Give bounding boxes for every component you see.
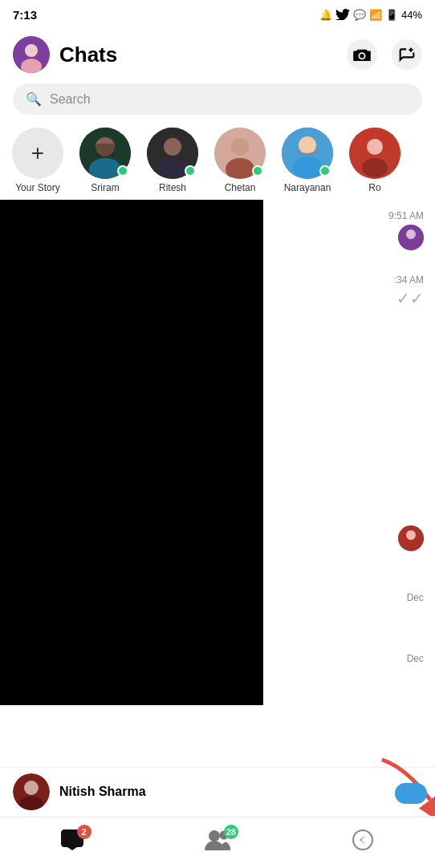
chat-time-4: Dec (407, 592, 424, 603)
status-time: 7:13 (13, 8, 37, 22)
svg-point-16 (299, 136, 316, 154)
alarm-icon: 🔔 (319, 9, 332, 21)
battery-icon: 44% (401, 9, 422, 21)
chat-time-1: 9:51 AM (388, 210, 424, 221)
svg-point-13 (231, 138, 249, 156)
svg-point-1 (25, 44, 38, 57)
chat-avatar-1 (398, 225, 424, 250)
tab-chats[interactable]: 2 (42, 826, 103, 859)
svg-marker-32 (360, 835, 366, 845)
svg-point-24 (406, 530, 416, 540)
chat-time-2: :34 AM (394, 274, 424, 286)
tab-people[interactable]: 28 (185, 826, 250, 859)
ro-avatar-wrap (349, 128, 400, 179)
svg-rect-8 (96, 144, 115, 156)
story-item-ro[interactable]: Ro (347, 128, 403, 193)
ritesh-avatar-wrap (147, 128, 198, 179)
your-story-avatar: + (12, 128, 63, 179)
discover-tab-icon (352, 829, 374, 857)
bottom-person-row[interactable]: Nitish Sharma (0, 767, 435, 815)
svg-point-10 (164, 138, 181, 156)
search-placeholder: Search (50, 92, 91, 107)
status-icons: 🔔 💬 📶 📱 44% (319, 7, 422, 22)
search-bar[interactable]: 🔍 Search (13, 83, 422, 115)
your-story-avatar-wrap: + (12, 128, 63, 179)
signal-icon: 📱 (385, 9, 398, 21)
chat-item-1[interactable]: 9:51 AM (263, 200, 435, 261)
story-item-chetan[interactable]: Chetan (212, 128, 268, 193)
chat-item-5[interactable]: Dec (263, 628, 435, 689)
svg-point-22 (406, 229, 416, 239)
bottom-tab-bar: 2 28 (0, 817, 435, 868)
messenger-icon: 💬 (353, 9, 366, 21)
status-bar: 7:13 🔔 💬 📶 📱 44% (0, 0, 435, 29)
header: Chats (0, 29, 435, 80)
chat-meta-3 (376, 522, 424, 551)
chat-list-partial: 9:51 AM :34 AM ✓✓ (263, 200, 435, 689)
camera-button[interactable] (347, 39, 377, 70)
story-item-your-story[interactable]: + Your Story (10, 128, 66, 193)
sriram-avatar-wrap (79, 128, 131, 179)
chat-meta-1: 9:51 AM (376, 210, 424, 250)
sriram-label: Sriram (91, 182, 119, 193)
svg-point-26 (24, 781, 39, 795)
new-chat-button[interactable] (392, 39, 422, 70)
sriram-online-indicator (117, 165, 128, 176)
page-title: Chats (59, 43, 347, 67)
bottom-person-avatar (13, 773, 50, 810)
chat-avatar-3 (398, 525, 424, 551)
narayanan-label: Narayanan (284, 182, 331, 193)
story-item-narayanan[interactable]: Narayanan (279, 128, 335, 193)
svg-point-17 (293, 156, 322, 179)
black-panel (0, 200, 263, 705)
chat-item-3[interactable] (263, 506, 435, 567)
profile-avatar[interactable] (13, 36, 50, 73)
twitter-icon (335, 7, 350, 22)
tab-discover[interactable] (332, 825, 393, 860)
ro-label: Ro (368, 182, 380, 193)
chat-meta-2: :34 AM ✓✓ (376, 274, 424, 308)
svg-point-19 (367, 139, 383, 155)
chat-item-2[interactable]: :34 AM ✓✓ (263, 261, 435, 322)
chat-time-5: Dec (407, 653, 424, 664)
wifi-icon: 📶 (369, 9, 382, 21)
narayanan-online-indicator (319, 165, 331, 176)
chat-meta-5: Dec (376, 653, 424, 664)
chat-item-4[interactable]: Dec (263, 567, 435, 628)
delivered-check-icon: ✓✓ (396, 289, 424, 308)
ro-avatar (349, 128, 400, 179)
narayanan-avatar-wrap (282, 128, 333, 179)
story-item-ritesh[interactable]: Ritesh (144, 128, 201, 193)
chat-meta-4: Dec (376, 592, 424, 603)
ritesh-label: Ritesh (159, 182, 186, 193)
story-item-sriram[interactable]: Sriram (77, 128, 133, 193)
bottom-person-name: Nitish Sharma (59, 785, 146, 799)
svg-point-20 (362, 158, 388, 177)
chetan-online-indicator (252, 165, 263, 176)
chetan-avatar-wrap (214, 128, 266, 179)
ritesh-online-indicator (185, 165, 196, 176)
chats-tab-icon: 2 (61, 829, 83, 856)
header-actions (347, 39, 422, 70)
active-chat-indicator (395, 783, 427, 804)
chat-area: 9:51 AM :34 AM ✓✓ (0, 200, 435, 705)
chats-badge: 2 (77, 825, 91, 839)
svg-point-29 (209, 830, 220, 842)
chetan-label: Chetan (225, 182, 256, 193)
svg-point-31 (353, 830, 372, 850)
people-tab-icon: 28 (205, 829, 230, 856)
people-badge: 28 (224, 825, 238, 839)
your-story-label: Your Story (15, 182, 60, 193)
stories-row: + Your Story Sriram (0, 121, 435, 200)
search-icon: 🔍 (26, 91, 42, 107)
